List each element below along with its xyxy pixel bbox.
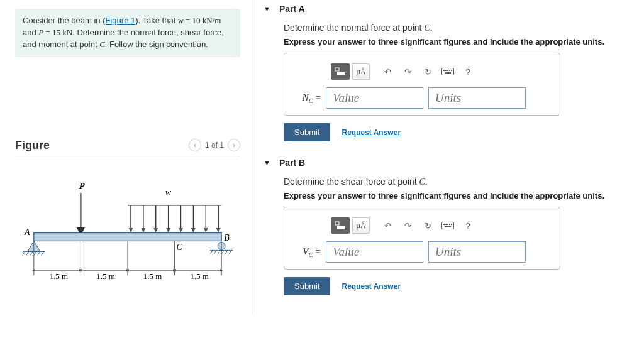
figure-pager: ‹ 1 of 1 › — [189, 139, 240, 151]
svg-line-22 — [214, 250, 216, 254]
problem-statement: Consider the beam in (Figure 1). Take th… — [15, 9, 240, 57]
collapse-icon: ▼ — [264, 5, 270, 13]
svg-rect-51 — [449, 224, 450, 225]
part-a-header[interactable]: ▼ Part A — [264, 4, 633, 14]
svg-rect-48 — [443, 224, 445, 225]
part-b: ▼ Part B Determine the shear force at po… — [264, 158, 633, 295]
part-a-bold: Express your answer to three significant… — [284, 37, 633, 46]
help-icon[interactable]: ? — [459, 63, 477, 80]
reset-icon[interactable]: ↻ — [419, 217, 436, 234]
svg-line-16 — [34, 251, 36, 255]
label-B: B — [224, 233, 230, 243]
collapse-icon: ▼ — [264, 159, 270, 166]
part-b-bold: Express your answer to three significant… — [284, 191, 633, 200]
part-b-units-input[interactable] — [428, 241, 526, 263]
figure-prev-button[interactable]: ‹ — [189, 139, 201, 151]
keyboard-icon[interactable] — [439, 63, 457, 80]
svg-line-25 — [225, 250, 228, 254]
svg-rect-36 — [335, 68, 339, 71]
figure-pager-label: 1 of 1 — [205, 141, 224, 150]
svg-line-24 — [221, 250, 224, 254]
template-icon[interactable] — [331, 217, 350, 234]
part-b-value-input[interactable] — [326, 241, 423, 263]
svg-line-17 — [38, 251, 40, 255]
dim-2: 1.5 m — [96, 271, 114, 281]
svg-rect-39 — [443, 70, 445, 71]
svg-line-13 — [23, 251, 25, 255]
part-a-instruction: Determine the normal force at point C. — [284, 23, 633, 33]
keyboard-icon[interactable] — [439, 217, 457, 234]
units-picker-button[interactable]: µÅ — [352, 63, 370, 80]
dim-4: 1.5 m — [190, 271, 208, 281]
label-C: C — [177, 243, 183, 252]
part-b-instruction: Determine the shear force at point C. — [284, 177, 633, 187]
part-b-answer-box: µÅ ↶ ↷ ↻ ? VC = — [284, 207, 560, 270]
label-A: A — [24, 227, 30, 236]
svg-rect-47 — [442, 222, 454, 229]
svg-rect-46 — [337, 226, 345, 229]
svg-rect-40 — [445, 70, 447, 71]
svg-rect-53 — [445, 226, 451, 227]
part-a: ▼ Part A Determine the normal force at p… — [264, 4, 633, 141]
svg-rect-10 — [34, 232, 221, 241]
part-a-variable: NC = — [291, 92, 321, 104]
help-icon[interactable]: ? — [459, 217, 477, 234]
svg-rect-45 — [335, 222, 339, 225]
figure-title: Figure — [15, 139, 50, 152]
part-a-units-input[interactable] — [428, 87, 526, 109]
beam-figure: P w A — [15, 182, 240, 300]
problem-text: Consider the beam in ( — [23, 16, 106, 25]
svg-rect-42 — [449, 70, 450, 71]
label-w: w — [165, 187, 172, 197]
svg-rect-37 — [337, 72, 345, 75]
dim-3: 1.5 m — [143, 271, 162, 281]
svg-line-14 — [26, 251, 29, 255]
svg-rect-49 — [445, 224, 447, 225]
part-a-submit-button[interactable]: Submit — [284, 123, 330, 141]
svg-rect-44 — [445, 72, 451, 74]
svg-line-15 — [30, 251, 33, 255]
reset-icon[interactable]: ↻ — [419, 63, 436, 80]
dim-1: 1.5 m — [50, 271, 68, 281]
part-b-request-answer-link[interactable]: Request Answer — [341, 282, 401, 291]
part-a-request-answer-link[interactable]: Request Answer — [341, 128, 401, 137]
svg-line-26 — [229, 250, 231, 254]
label-P: P — [79, 182, 85, 191]
part-b-title: Part B — [279, 158, 305, 168]
part-a-title: Part A — [279, 4, 305, 14]
svg-line-23 — [218, 250, 220, 254]
svg-rect-43 — [451, 70, 452, 71]
redo-icon[interactable]: ↷ — [399, 63, 416, 80]
units-picker-button[interactable]: µÅ — [352, 217, 370, 234]
svg-rect-38 — [442, 68, 454, 75]
part-b-header[interactable]: ▼ Part B — [264, 158, 633, 168]
part-b-variable: VC = — [291, 246, 321, 258]
svg-rect-41 — [447, 70, 448, 71]
template-icon[interactable] — [331, 63, 350, 80]
part-b-submit-button[interactable]: Submit — [284, 277, 330, 295]
svg-rect-52 — [451, 224, 452, 225]
undo-icon[interactable]: ↶ — [379, 217, 396, 234]
svg-rect-50 — [447, 224, 448, 225]
figure-next-button[interactable]: › — [228, 139, 240, 151]
svg-line-18 — [42, 251, 44, 255]
part-a-value-input[interactable] — [326, 87, 423, 109]
figure-link[interactable]: Figure 1 — [106, 16, 136, 25]
part-a-answer-box: µÅ ↶ ↷ ↻ ? NC = — [284, 53, 560, 116]
undo-icon[interactable]: ↶ — [379, 63, 396, 80]
redo-icon[interactable]: ↷ — [399, 217, 416, 234]
svg-line-21 — [210, 250, 213, 254]
